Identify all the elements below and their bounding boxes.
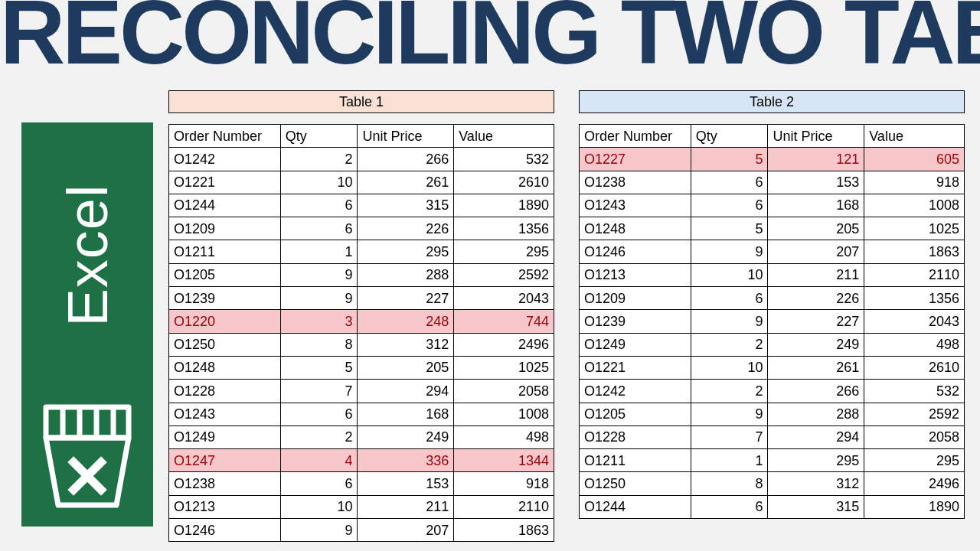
cell-order[interactable]: O1250 xyxy=(580,472,691,495)
cell-price[interactable]: 266 xyxy=(358,148,454,171)
table-row[interactable]: O120962261356 xyxy=(580,287,965,310)
cell-value[interactable]: 532 xyxy=(864,380,965,403)
cell-order[interactable]: O1243 xyxy=(169,403,281,425)
cell-qty[interactable]: 8 xyxy=(280,333,358,356)
cell-qty[interactable]: 7 xyxy=(280,380,358,403)
cell-qty[interactable]: 5 xyxy=(691,217,768,240)
cell-order[interactable]: O1242 xyxy=(169,148,281,171)
cell-value[interactable]: 2043 xyxy=(454,287,554,310)
table-row[interactable]: O1213102112110 xyxy=(169,495,554,518)
cell-qty[interactable]: 9 xyxy=(280,287,358,310)
column-header[interactable]: Unit Price xyxy=(768,125,864,148)
table-row[interactable]: O120592882592 xyxy=(169,263,554,286)
cell-value[interactable]: 2592 xyxy=(864,403,965,425)
cell-qty[interactable]: 6 xyxy=(691,194,768,217)
cell-order[interactable]: O1220 xyxy=(169,310,281,333)
cell-qty[interactable]: 6 xyxy=(691,495,768,518)
cell-qty[interactable]: 3 xyxy=(280,310,358,333)
column-header[interactable]: Qty xyxy=(280,125,358,148)
cell-value[interactable]: 498 xyxy=(454,425,554,448)
column-header[interactable]: Qty xyxy=(691,125,768,148)
cell-order[interactable]: O1238 xyxy=(580,171,691,194)
cell-qty[interactable]: 6 xyxy=(691,287,768,310)
cell-order[interactable]: O1211 xyxy=(580,449,691,472)
column-header[interactable]: Order Number xyxy=(580,125,691,148)
cell-value[interactable]: 498 xyxy=(864,333,965,356)
table-row[interactable]: O122872942058 xyxy=(580,425,965,448)
table-row[interactable]: O120592882592 xyxy=(580,403,965,425)
cell-order[interactable]: O1209 xyxy=(580,287,691,310)
cell-qty[interactable]: 10 xyxy=(280,171,358,194)
cell-qty[interactable]: 2 xyxy=(691,333,768,356)
cell-order[interactable]: O1209 xyxy=(169,217,281,240)
cell-price[interactable]: 248 xyxy=(358,310,454,333)
table-row[interactable]: O124361681008 xyxy=(580,194,965,217)
cell-qty[interactable]: 10 xyxy=(691,356,768,379)
cell-price[interactable]: 336 xyxy=(358,449,454,472)
cell-qty[interactable]: 4 xyxy=(280,449,358,472)
cell-qty[interactable]: 6 xyxy=(280,194,358,217)
cell-qty[interactable]: 9 xyxy=(691,240,768,263)
cell-value[interactable]: 2496 xyxy=(454,333,554,356)
cell-price[interactable]: 294 xyxy=(768,425,864,448)
column-header[interactable]: Value xyxy=(454,125,554,148)
cell-qty[interactable]: 8 xyxy=(691,472,768,495)
cell-price[interactable]: 315 xyxy=(768,495,864,518)
cell-order[interactable]: O1227 xyxy=(580,148,691,171)
cell-order[interactable]: O1247 xyxy=(169,449,281,472)
table-row[interactable]: O12492249498 xyxy=(169,425,554,448)
cell-qty[interactable]: 2 xyxy=(691,380,768,403)
cell-qty[interactable]: 6 xyxy=(280,217,358,240)
cell-qty[interactable]: 9 xyxy=(280,263,358,286)
column-header[interactable]: Value xyxy=(864,125,965,148)
cell-qty[interactable]: 6 xyxy=(691,171,768,194)
table-row[interactable]: O124852051025 xyxy=(169,356,554,379)
cell-value[interactable]: 1344 xyxy=(454,449,554,472)
cell-price[interactable]: 227 xyxy=(358,287,454,310)
table-row[interactable]: O1213102112110 xyxy=(580,263,965,286)
table-row[interactable]: O1221102612610 xyxy=(580,356,965,379)
cell-qty[interactable]: 7 xyxy=(691,425,768,448)
cell-price[interactable]: 288 xyxy=(358,263,454,286)
cell-price[interactable]: 121 xyxy=(768,148,864,171)
cell-order[interactable]: O1211 xyxy=(169,240,281,263)
cell-price[interactable]: 315 xyxy=(358,194,454,217)
table-row[interactable]: O12422266532 xyxy=(580,380,965,403)
cell-qty[interactable]: 1 xyxy=(691,449,768,472)
cell-order[interactable]: O1213 xyxy=(169,495,281,518)
cell-price[interactable]: 211 xyxy=(768,263,864,286)
table-row[interactable]: O12111295295 xyxy=(169,240,554,263)
cell-order[interactable]: O1221 xyxy=(169,171,281,194)
cell-qty[interactable]: 1 xyxy=(280,240,358,263)
cell-order[interactable]: O1243 xyxy=(580,194,691,217)
cell-price[interactable]: 249 xyxy=(768,333,864,356)
table-row[interactable]: O124361681008 xyxy=(169,403,554,425)
column-header[interactable]: Unit Price xyxy=(358,125,454,148)
cell-order[interactable]: O1221 xyxy=(580,356,691,379)
cell-value[interactable]: 918 xyxy=(454,472,554,495)
cell-value[interactable]: 2110 xyxy=(454,495,554,518)
table-row[interactable]: O123992272043 xyxy=(580,310,965,333)
cell-price[interactable]: 295 xyxy=(358,240,454,263)
table-row[interactable]: O124463151890 xyxy=(169,194,554,217)
cell-order[interactable]: O1249 xyxy=(580,333,691,356)
table-row[interactable]: O12111295295 xyxy=(580,449,965,472)
cell-qty[interactable]: 2 xyxy=(280,425,358,448)
cell-value[interactable]: 2110 xyxy=(864,263,965,286)
cell-order[interactable]: O1213 xyxy=(580,263,691,286)
cell-value[interactable]: 1863 xyxy=(864,240,965,263)
table-row[interactable]: O12386153918 xyxy=(580,171,965,194)
table-row[interactable]: O1221102612610 xyxy=(169,171,554,194)
cell-order[interactable]: O1239 xyxy=(580,310,691,333)
cell-price[interactable]: 226 xyxy=(768,287,864,310)
cell-price[interactable]: 312 xyxy=(768,472,864,495)
cell-price[interactable]: 294 xyxy=(358,380,454,403)
cell-order[interactable]: O1205 xyxy=(169,263,281,286)
cell-order[interactable]: O1249 xyxy=(169,425,281,448)
cell-order[interactable]: O1239 xyxy=(169,287,281,310)
cell-price[interactable]: 249 xyxy=(358,425,454,448)
cell-value[interactable]: 1008 xyxy=(454,403,554,425)
cell-value[interactable]: 1356 xyxy=(454,217,554,240)
cell-price[interactable]: 227 xyxy=(768,310,864,333)
table-row[interactable]: O12422266532 xyxy=(169,148,554,171)
